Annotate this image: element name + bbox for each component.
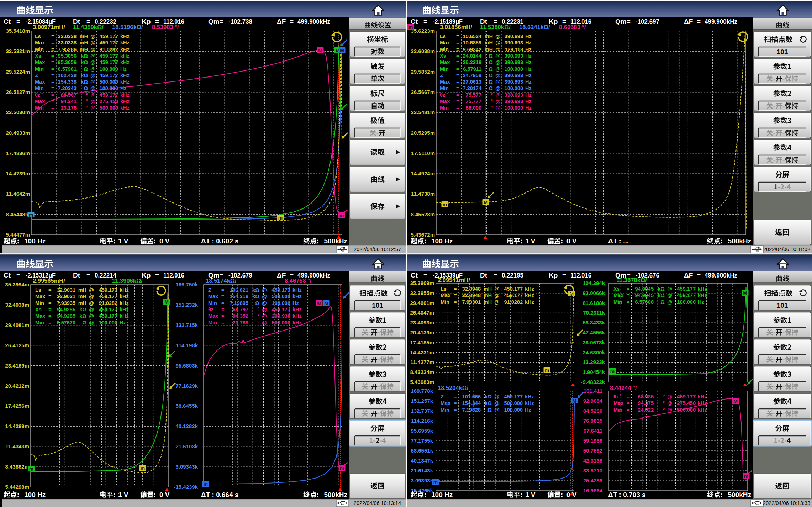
svg-text:Ω: Ω — [660, 299, 665, 305]
svg-text:°: ° — [446, 91, 448, 96]
svg-text:=: = — [51, 79, 54, 85]
svg-text:=: = — [51, 99, 54, 104]
svg-text:Hz: Hz — [525, 40, 532, 46]
svg-text:=: = — [456, 85, 459, 91]
svg-text:@: @ — [262, 287, 267, 293]
svg-text:@: @ — [90, 105, 95, 111]
svg-text:=: = — [494, 271, 497, 279]
svg-text:kHz: kHz — [292, 320, 302, 326]
svg-text:=: = — [627, 407, 629, 413]
svg-text:459.177: 459.177 — [99, 294, 117, 299]
svg-text:kΩ: kΩ — [485, 400, 492, 406]
svg-text:100 Hz: 100 Hz — [431, 237, 453, 245]
svg-text:1 V: 1 V — [118, 491, 128, 498]
svg-text:Xs: Xs — [35, 53, 41, 59]
svg-text:m: m — [610, 369, 615, 374]
svg-text:21.6143k: 21.6143k — [411, 468, 433, 474]
svg-text:33.0338: 33.0338 — [58, 33, 77, 39]
svg-text:Min: Min — [441, 299, 449, 305]
svg-text:Min: Min — [440, 85, 449, 91]
svg-text:@: @ — [90, 66, 95, 72]
svg-text:500.000: 500.000 — [100, 105, 118, 111]
svg-text:mH: mH — [78, 287, 86, 293]
svg-text:91.0282: 91.0282 — [504, 299, 523, 305]
svg-text:ΔT : 0.703 s: ΔT : 0.703 s — [608, 491, 646, 498]
svg-text:25.4289: 25.4289 — [583, 477, 602, 484]
svg-text:=: = — [697, 18, 701, 25]
svg-text:mH: mH — [484, 286, 492, 292]
svg-text:390.693: 390.693 — [505, 73, 523, 78]
svg-text:=: = — [454, 400, 457, 406]
svg-text:7.93935: 7.93935 — [57, 300, 75, 306]
svg-text:Z: Z — [208, 287, 211, 293]
svg-text:91.0282: 91.0282 — [100, 47, 118, 52]
svg-text:°: ° — [257, 320, 259, 326]
svg-text:8.66683 °/: 8.66683 °/ — [559, 24, 586, 30]
svg-text:29.5852m: 29.5852m — [411, 69, 435, 75]
svg-text:kΩ: kΩ — [81, 59, 88, 65]
svg-text:@: @ — [667, 394, 672, 400]
svg-text:8.43862m: 8.43862m — [5, 464, 29, 470]
svg-text:kΩ: kΩ — [81, 73, 88, 78]
svg-text:m: m — [744, 474, 748, 479]
svg-text:23.4169m: 23.4169m — [5, 363, 29, 369]
svg-text:459.177: 459.177 — [504, 292, 523, 298]
svg-text:20.4933m: 20.4933m — [6, 130, 30, 136]
svg-text:°: ° — [257, 307, 259, 312]
svg-text:=: = — [456, 79, 459, 85]
svg-text:2.99565mH/: 2.99565mH/ — [33, 278, 65, 284]
svg-text:18.6241kΩ/: 18.6241kΩ/ — [519, 24, 550, 30]
svg-text:76.0835: 76.0835 — [583, 418, 602, 424]
svg-text:275.450: 275.450 — [677, 400, 696, 406]
svg-text:500kHz: 500kHz — [728, 237, 752, 245]
svg-text:8.43224m: 8.43224m — [410, 369, 434, 375]
svg-text:Max: Max — [35, 313, 45, 319]
svg-text:59.1986: 59.1986 — [583, 438, 602, 444]
svg-text:500kHz: 500kHz — [324, 237, 348, 245]
svg-text:=: = — [423, 18, 427, 25]
svg-text:kHz: kHz — [292, 294, 302, 299]
svg-text:Hz: Hz — [525, 79, 532, 85]
svg-text:42.3138: 42.3138 — [583, 458, 602, 464]
svg-text:@: @ — [90, 59, 95, 65]
svg-text:=: = — [627, 292, 629, 298]
svg-text:=: = — [48, 294, 51, 299]
svg-text:m: m — [443, 202, 447, 207]
svg-text:m: m — [340, 465, 344, 471]
svg-text:500.000: 500.000 — [100, 79, 118, 85]
svg-text:Hz: Hz — [525, 73, 532, 78]
svg-text:13.2923k: 13.2923k — [582, 359, 605, 365]
svg-text:@: @ — [494, 400, 499, 406]
svg-text:kHz: kHz — [698, 407, 707, 413]
svg-text:26.5127m: 26.5127m — [6, 89, 30, 95]
svg-text:@: @ — [495, 59, 500, 65]
svg-text:91.0282: 91.0282 — [99, 300, 117, 306]
svg-text:Ls: Ls — [440, 33, 446, 39]
svg-text:32.8948: 32.8948 — [462, 292, 481, 298]
svg-text:95.6803k: 95.6803k — [175, 363, 198, 369]
svg-text:47.4556k: 47.4556k — [582, 329, 605, 336]
svg-text:M: M — [340, 48, 344, 53]
svg-text:=: = — [48, 307, 51, 312]
svg-text:=: = — [48, 313, 51, 319]
svg-text:ΔT : ...: ΔT : ... — [608, 237, 629, 245]
svg-text:32.4038m: 32.4038m — [5, 302, 29, 308]
svg-text:@: @ — [494, 407, 499, 413]
svg-text:mH: mH — [80, 33, 88, 39]
svg-text:=: = — [290, 18, 294, 25]
svg-text:Hz: Hz — [698, 299, 704, 305]
svg-text:kHz: kHz — [120, 300, 129, 306]
svg-text:kHz: kHz — [120, 105, 130, 111]
svg-text:459.177: 459.177 — [677, 286, 696, 292]
svg-text:kHz: kHz — [525, 394, 534, 400]
svg-text:29.4001m: 29.4001m — [410, 300, 434, 306]
svg-text:101.821: 101.821 — [230, 287, 248, 293]
svg-text:Ct: Ct — [4, 271, 11, 279]
svg-text:27.0613: 27.0613 — [463, 79, 481, 85]
svg-text:=: = — [454, 299, 457, 305]
svg-text:299.938: 299.938 — [272, 313, 290, 319]
svg-text:75.577: 75.577 — [466, 92, 481, 98]
svg-text:°: ° — [86, 105, 88, 111]
svg-text:18.5174kΩ/: 18.5174kΩ/ — [206, 278, 237, 284]
svg-text:Dt: Dt — [73, 271, 80, 279]
